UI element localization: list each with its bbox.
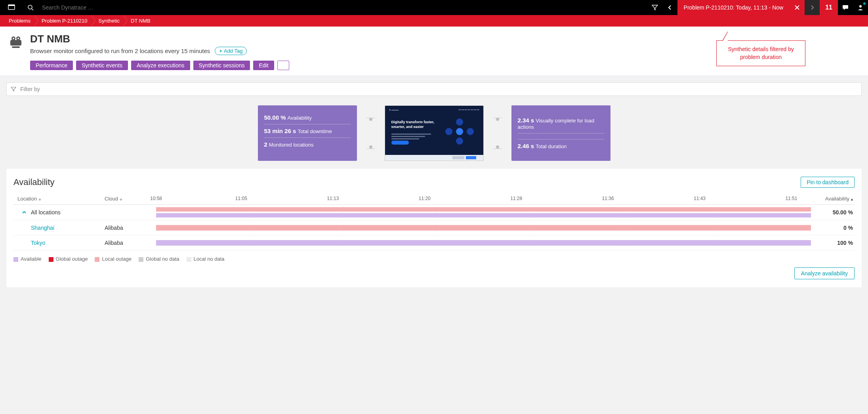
- problem-timeframe-chip[interactable]: Problem P-2110210: Today, 11:13 - Now: [677, 0, 790, 15]
- collapse-icon[interactable]: [21, 210, 27, 215]
- callout-line2: problem duration: [728, 53, 794, 61]
- app-launcher-icon[interactable]: [4, 0, 19, 15]
- availability-row-tokyo: Tokyo Alibaba 100 %: [13, 235, 855, 250]
- search-input[interactable]: [42, 4, 121, 11]
- tile-connector-right: [493, 105, 502, 161]
- svg-line-3: [32, 9, 33, 10]
- browser-monitor-icon: [8, 34, 24, 50]
- legend-global-nodata: Global no data: [146, 256, 179, 262]
- more-actions-button[interactable]: [277, 61, 289, 70]
- timeline-tokyo[interactable]: [156, 239, 811, 246]
- downtime-label: Total downtime: [298, 128, 332, 134]
- svg-rect-10: [10, 40, 21, 46]
- tile-timing-summary[interactable]: 2.34 sVisually complete for load actions…: [511, 105, 610, 161]
- downtime-value: 53 min 26 s: [264, 128, 296, 134]
- next-icon[interactable]: [805, 0, 820, 15]
- analyze-availability-button[interactable]: Analyze availability: [794, 267, 855, 279]
- timeline-all[interactable]: [156, 206, 811, 218]
- breadcrumb-current: DT NMB: [124, 15, 155, 27]
- row-shanghai-cloud: Alibaba: [105, 225, 156, 231]
- svg-rect-15: [12, 46, 20, 48]
- svg-marker-8: [844, 9, 845, 10]
- problems-count-badge[interactable]: 11: [820, 0, 838, 15]
- row-tokyo-cloud: Alibaba: [105, 240, 156, 246]
- legend-local-nodata: Local no data: [194, 256, 225, 262]
- filter-placeholder: Filter by: [20, 86, 40, 92]
- visually-complete-value: 2.34 s: [518, 117, 534, 124]
- svg-point-9: [859, 5, 862, 8]
- tab-performance[interactable]: Performance: [30, 61, 73, 70]
- row-all-availability: 50.00 %: [811, 209, 855, 216]
- filter-callout: Synthetic details filtered by problem du…: [716, 40, 805, 66]
- search-icon[interactable]: [23, 0, 38, 15]
- availability-label: Availability: [288, 115, 312, 121]
- locations-label: Monitored locations: [269, 142, 314, 148]
- close-icon[interactable]: [790, 0, 805, 15]
- svg-marker-16: [11, 87, 16, 91]
- add-tag-button[interactable]: + Add Tag: [215, 47, 247, 55]
- legend-available: Available: [21, 256, 42, 262]
- preview-headline: Digitally transform faster, smarter, and…: [391, 120, 435, 129]
- funnel-icon: [11, 86, 16, 92]
- svg-rect-1: [8, 5, 15, 6]
- total-duration-label: Total duration: [536, 143, 567, 149]
- total-duration-value: 2.46 s: [518, 143, 534, 149]
- legend-global-outage: Global outage: [56, 256, 88, 262]
- tab-edit[interactable]: Edit: [253, 61, 274, 70]
- tab-synthetic-sessions[interactable]: Synthetic sessions: [193, 61, 250, 70]
- filter-icon[interactable]: [647, 0, 662, 15]
- row-all-label: All locations: [31, 209, 61, 216]
- page-subtitle: Browser monitor configured to run from 2…: [30, 48, 210, 54]
- availability-legend: Available Global outage Local outage Glo…: [13, 256, 855, 262]
- tile-screenshot-preview[interactable]: ◆ ▬▬▬▬ ▬ ▬ ▬ ▬ ▬ ▬ Digitally transform f…: [385, 105, 484, 161]
- chat-icon[interactable]: [838, 0, 853, 15]
- col-cloud-header[interactable]: Cloud: [105, 196, 118, 202]
- svg-point-13: [13, 38, 14, 39]
- callout-line1: Synthetic details filtered by: [728, 46, 794, 53]
- breadcrumb-synthetic[interactable]: Synthetic: [92, 15, 124, 27]
- svg-rect-7: [843, 5, 848, 9]
- tab-analyze-executions[interactable]: Analyze executions: [131, 61, 190, 70]
- locations-value: 2: [264, 141, 267, 148]
- timeline-shanghai[interactable]: [156, 224, 811, 231]
- plus-icon: +: [219, 48, 222, 54]
- add-tag-label: Add Tag: [224, 48, 242, 54]
- breadcrumb-problems[interactable]: Problems: [2, 15, 34, 27]
- tile-availability-summary[interactable]: 50.00 %Availability 53 min 26 sTotal dow…: [258, 105, 357, 161]
- top-nav: Problem P-2110210: Today, 11:13 - Now 11: [0, 0, 868, 15]
- timeline-ticks: 10:58 11:05 11:13 11:20 11:28 11:36 11:4…: [156, 196, 811, 202]
- availability-card: Availability Pin to dashboard Location◆ …: [6, 169, 862, 287]
- row-tokyo-availability: 100 %: [811, 240, 855, 246]
- availability-row-all: All locations 50.00 %: [13, 205, 855, 220]
- col-availability-header[interactable]: Availability: [825, 196, 849, 202]
- tile-connector-left: [366, 105, 375, 161]
- profile-icon[interactable]: [853, 0, 868, 15]
- pin-to-dashboard-button[interactable]: Pin to dashboard: [801, 177, 855, 188]
- tab-synthetic-events[interactable]: Synthetic events: [76, 61, 128, 70]
- prev-icon[interactable]: [662, 0, 677, 15]
- row-tokyo-link[interactable]: Tokyo: [31, 240, 46, 246]
- breadcrumb-bar: Problems Problem P-2110210 Synthetic DT …: [0, 15, 868, 27]
- row-shanghai-availability: 0 %: [811, 225, 855, 231]
- col-location-header[interactable]: Location: [17, 196, 37, 202]
- legend-local-outage: Local outage: [102, 256, 131, 262]
- breadcrumb-problem-id[interactable]: Problem P-2110210: [34, 15, 92, 27]
- row-shanghai-link[interactable]: Shanghai: [31, 225, 54, 231]
- availability-row-shanghai: Shanghai Alibaba 0 %: [13, 220, 855, 235]
- svg-point-14: [17, 38, 19, 39]
- availability-value: 50.00 %: [264, 114, 286, 121]
- svg-marker-4: [652, 5, 658, 10]
- availability-title: Availability: [13, 177, 55, 187]
- svg-point-2: [28, 5, 32, 9]
- filter-bar[interactable]: Filter by: [6, 82, 862, 96]
- summary-tiles: 50.00 %Availability 53 min 26 sTotal dow…: [0, 102, 868, 169]
